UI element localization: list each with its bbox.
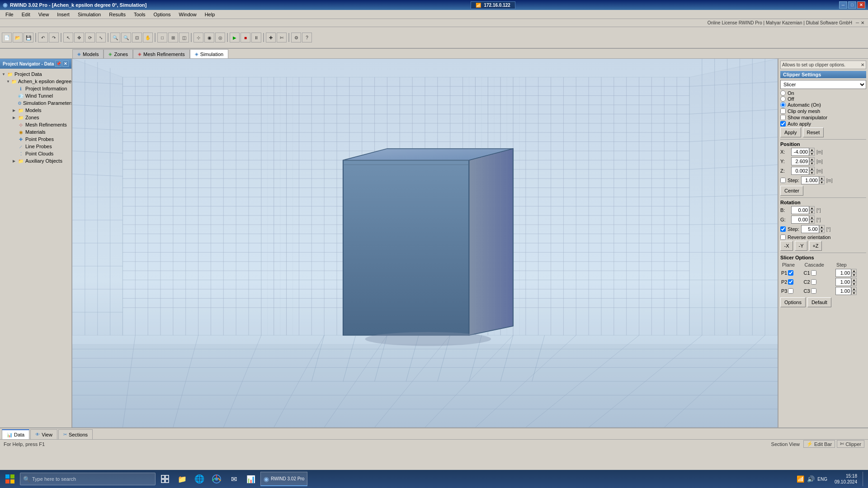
g-down-btn[interactable]: ▼ (809, 220, 815, 224)
tree-line-probes[interactable]: ⟋ Line Probes (0, 143, 71, 150)
tree-zones[interactable]: ▶ 📁 Zones (0, 114, 71, 121)
rot-step-up-btn[interactable]: ▲ (819, 225, 825, 229)
clipper-auto-radio[interactable] (780, 102, 786, 108)
tb-zoom-fit[interactable]: ⊡ (132, 33, 142, 42)
taskbar-search[interactable]: 🔍 Type here to search (20, 473, 156, 485)
tree-point-clouds[interactable]: ⁚ Point Clouds (0, 150, 71, 157)
tree-materials[interactable]: ◉ Materials (0, 128, 71, 136)
tree-aux-objects[interactable]: ▶ 📁 Auxiliary Objects (0, 157, 71, 164)
p1-step-up[interactable]: ▲ (851, 269, 857, 273)
neg-y-button[interactable]: -Y (795, 241, 807, 251)
chrome-button[interactable] (209, 472, 224, 486)
tree-project-info[interactable]: ℹ Project Information (0, 85, 71, 92)
close-button[interactable]: ✕ (857, 1, 865, 9)
default-button[interactable]: Default (807, 297, 831, 307)
tb-contour[interactable]: ◎ (215, 33, 225, 42)
tab-zones[interactable]: ◈ Zones (104, 49, 133, 58)
tab-simulation[interactable]: ◈ Simulation (190, 49, 228, 58)
task-view-button[interactable] (157, 472, 173, 486)
reset-button[interactable]: Reset (803, 127, 824, 137)
systray-network-icon[interactable]: 📶 (797, 475, 804, 483)
tab-models[interactable]: ◈ Models (72, 49, 104, 58)
viewport[interactable] (72, 59, 778, 427)
menu-results[interactable]: Results (105, 11, 129, 18)
menu-edit[interactable]: Edit (18, 11, 34, 18)
browser-button[interactable]: 🌐 (192, 472, 207, 486)
p2-step-input[interactable] (835, 278, 851, 286)
reverse-checkbox[interactable] (780, 235, 786, 240)
mail-button[interactable]: ✉ (226, 472, 241, 486)
nav-pin-btn[interactable]: 📌 (55, 61, 61, 67)
p3-step-down[interactable]: ▼ (851, 291, 857, 295)
tree-wind-tunnel[interactable]: 💨 Wind Tunnel (0, 92, 71, 99)
tree-models[interactable]: ▶ 📁 Models (0, 107, 71, 114)
b-down-btn[interactable]: ▼ (809, 210, 815, 214)
p1-plane-checkbox[interactable] (788, 270, 793, 276)
tb-save[interactable]: 💾 (24, 33, 33, 42)
tree-sim-params[interactable]: ⚙ Simulation Parameters (0, 99, 71, 107)
tree-point-probes[interactable]: ✚ Point Probes (0, 136, 71, 143)
tb-pause[interactable]: ⏸ (251, 33, 261, 42)
maximize-button[interactable]: □ (848, 1, 856, 9)
systray-lang[interactable]: ENG (817, 477, 827, 482)
tb-view-front[interactable]: □ (157, 33, 167, 42)
tab-view[interactable]: 👁 View (30, 429, 57, 439)
c1-cascade-checkbox[interactable] (811, 270, 816, 276)
licensebar-close-btn[interactable]: ✕ (861, 20, 864, 25)
tb-zoom-out[interactable]: 🔍 (121, 33, 131, 42)
p2-step-up[interactable]: ▲ (851, 278, 857, 282)
tb-settings[interactable]: ⚙ (291, 33, 301, 42)
tb-new[interactable]: 📄 (2, 33, 12, 42)
z-up-btn[interactable]: ▲ (809, 167, 815, 171)
tb-redo[interactable]: ↷ (49, 33, 59, 42)
rwind-taskbar-button[interactable]: ◉ RWIND 3.02 Pro (260, 472, 307, 486)
p1-step-input[interactable] (835, 269, 851, 277)
y-up-btn[interactable]: ▲ (809, 157, 815, 161)
edit-bar-button[interactable]: ⚡ Edit Bar (803, 440, 835, 448)
tb-scale[interactable]: ⤡ (96, 33, 106, 42)
tb-help-btn[interactable]: ? (302, 33, 312, 42)
pos-z-button[interactable]: +Z (809, 241, 822, 251)
system-clock[interactable]: 15:18 09.10.2024 (831, 473, 861, 485)
tb-open[interactable]: 📂 (13, 33, 23, 42)
p2-step-down[interactable]: ▼ (851, 282, 857, 286)
step-input[interactable] (801, 176, 819, 184)
c2-cascade-checkbox[interactable] (811, 279, 816, 285)
clipper-on-radio[interactable] (780, 90, 786, 96)
systray-volume-icon[interactable]: 🔊 (807, 475, 815, 483)
p3-plane-checkbox[interactable] (788, 288, 793, 294)
x-down-btn[interactable]: ▼ (809, 152, 815, 156)
z-input[interactable] (791, 167, 809, 175)
tree-mesh-refinements[interactable]: ⊹ Mesh Refinements (0, 121, 71, 128)
y-down-btn[interactable]: ▼ (809, 161, 815, 165)
tb-probe[interactable]: ✚ (266, 33, 276, 42)
rot-step-down-btn[interactable]: ▼ (819, 229, 825, 233)
tb-rotate[interactable]: ⟳ (85, 33, 95, 42)
c3-cascade-checkbox[interactable] (811, 288, 816, 294)
tb-mesh[interactable]: ⊹ (193, 33, 203, 42)
menu-file[interactable]: File (2, 11, 17, 18)
p1-step-down[interactable]: ▼ (851, 273, 857, 277)
tb-stop[interactable]: ■ (241, 33, 250, 42)
g-up-btn[interactable]: ▲ (809, 216, 815, 220)
clipper-close-icon[interactable]: ✕ (861, 62, 864, 67)
tb-render[interactable]: ◉ (204, 33, 214, 42)
show-desktop-button[interactable] (863, 472, 866, 486)
z-down-btn[interactable]: ▼ (809, 171, 815, 175)
tab-mesh-refinements[interactable]: ◈ Mesh Refinements (133, 49, 190, 58)
tb-section[interactable]: ✄ (277, 33, 287, 42)
clipper-type-select[interactable]: Slicer Box Sphere (780, 80, 866, 89)
menu-simulation[interactable]: Simulation (74, 11, 104, 18)
tb-pan[interactable]: ✋ (143, 33, 153, 42)
tb-zoom-in[interactable]: 🔍 (110, 33, 120, 42)
show-manip-checkbox[interactable] (780, 115, 786, 120)
tree-project-data[interactable]: ▼ 📁 Project Data (0, 70, 71, 78)
center-button[interactable]: Center (780, 186, 803, 196)
x-input[interactable] (791, 148, 809, 156)
clip-mesh-checkbox[interactable] (780, 108, 786, 114)
menu-window[interactable]: Window (175, 11, 200, 18)
auto-apply-checkbox[interactable] (780, 121, 786, 127)
rot-step-input[interactable] (801, 225, 819, 233)
neg-x-button[interactable]: -X (780, 241, 793, 251)
file-explorer-button[interactable]: 📁 (175, 472, 190, 486)
